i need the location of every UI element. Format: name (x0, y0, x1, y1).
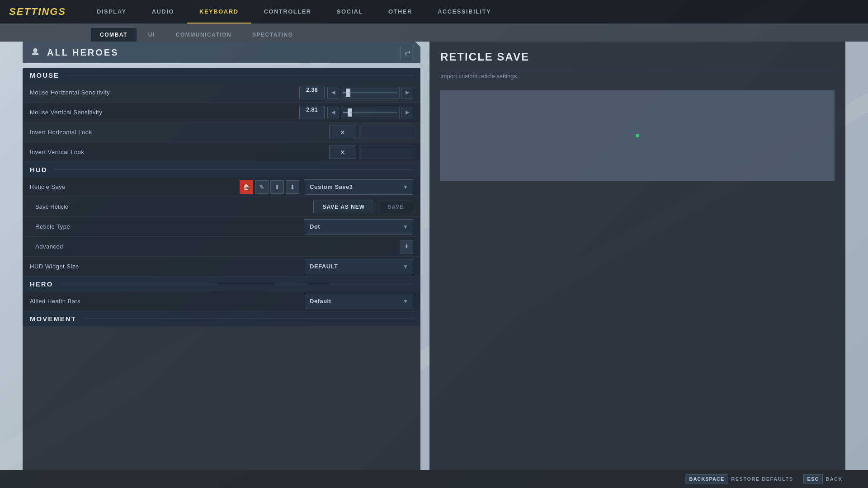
mouse-vertical-slider-track[interactable] (341, 107, 400, 118)
back-label: BACK (826, 476, 843, 482)
hero-swap-button[interactable]: ⇄ (401, 46, 414, 59)
restore-defaults-key: BACKSPACE (685, 474, 728, 483)
mouse-horizontal-decrease-button[interactable]: ◀ (327, 87, 339, 99)
reticle-type-label: Reticle Type (35, 223, 305, 230)
advanced-row: Advanced + (23, 237, 420, 257)
advanced-label: Advanced (35, 243, 400, 250)
nav-tab-audio[interactable]: AUDIO (139, 0, 187, 23)
reticle-export-button[interactable]: ⬇ (286, 180, 299, 194)
nav-tab-controller[interactable]: CONTROLLER (251, 0, 324, 23)
invert-vertical-look-label: Invert Vertical Look (30, 149, 329, 155)
mouse-horizontal-sensitivity-label: Mouse Horizontal Sensitivity (30, 89, 299, 96)
allied-health-bars-row: Allied Health Bars Default ▼ (23, 291, 420, 311)
mouse-vertical-sensitivity-row: Mouse Vertical Sensitivity 2.81 ◀ ▶ (23, 103, 420, 122)
hud-widget-size-row: HUD Widget Size DEFAULT ▼ (23, 257, 420, 277)
hero-section-header: HERO (23, 277, 420, 291)
reticle-type-dropdown-arrow: ▼ (403, 224, 408, 230)
restore-defaults-label: RESTORE DEFAULTS (731, 476, 793, 482)
sub-tab-ui[interactable]: UI (139, 28, 165, 42)
reticle-icons-group: 🗑 ✎ ⬆ ⬇ (240, 180, 299, 194)
sub-tabs: COMBAT UI COMMUNICATION SPECTATING (0, 23, 868, 42)
app-title: SETTINGS (9, 6, 66, 18)
mouse-section-title: MOUSE (30, 71, 59, 79)
movement-section-header: MOVEMENT (23, 311, 420, 326)
left-panel: ALL HEROES ⇄ MOUSE Mouse Horizontal Sens… (23, 42, 420, 470)
save-as-new-button[interactable]: SAVE AS NEW (313, 201, 375, 213)
sub-tab-spectating[interactable]: SPECTATING (243, 28, 303, 42)
mouse-horizontal-sensitivity-value[interactable]: 2.38 (299, 86, 325, 99)
reticle-save-description: Import custom reticle settings. (440, 73, 835, 80)
hero-selector[interactable]: ALL HEROES ⇄ (23, 42, 420, 63)
nav-tabs: DISPLAY AUDIO KEYBOARD CONTROLLER SOCIAL… (84, 0, 504, 23)
back-button[interactable]: ESC BACK (803, 474, 850, 483)
reticle-save-dropdown-arrow: ▼ (403, 184, 408, 190)
invert-vertical-look-toggle[interactable]: ✕ (329, 145, 356, 159)
mouse-vertical-sensitivity-label: Mouse Vertical Sensitivity (30, 109, 299, 116)
mouse-horizontal-slider-track[interactable] (341, 87, 400, 99)
hero-section-line (60, 284, 413, 284)
allied-health-bars-dropdown[interactable]: Default ▼ (305, 294, 413, 309)
allied-health-bars-dropdown-value: Default (310, 298, 403, 305)
save-reticle-label: Save Reticle (35, 203, 310, 210)
hud-section-header: HUD (23, 162, 420, 177)
hud-widget-size-dropdown-arrow: ▼ (403, 263, 408, 270)
invert-vertical-look-empty (359, 145, 413, 159)
restore-defaults-button[interactable]: BACKSPACE RESTORE DEFAULTS (685, 474, 800, 483)
reticle-edit-button[interactable]: ✎ (255, 180, 269, 194)
mouse-horizontal-slider-control: ◀ ▶ (327, 87, 413, 99)
save-reticle-row: Save Reticle SAVE AS NEW SAVE (23, 197, 420, 217)
bottom-bar: BACKSPACE RESTORE DEFAULTS ESC BACK (0, 470, 868, 488)
reticle-save-dropdown[interactable]: Custom Save3 ▼ (305, 179, 413, 195)
movement-section-line (83, 319, 413, 319)
invert-horizontal-look-row: Invert Horizontal Look ✕ (23, 122, 420, 142)
invert-vertical-look-row: Invert Vertical Look ✕ (23, 142, 420, 162)
top-navigation: SETTINGS DISPLAY AUDIO KEYBOARD CONTROLL… (0, 0, 868, 23)
mouse-section-header: MOUSE (23, 68, 420, 83)
mouse-vertical-sensitivity-control: 2.81 ◀ ▶ (299, 106, 413, 119)
hero-icon (29, 46, 42, 59)
back-key: ESC (803, 474, 823, 483)
invert-horizontal-look-label: Invert Horizontal Look (30, 129, 329, 136)
hud-widget-size-label: HUD Widget Size (30, 263, 305, 270)
reticle-preview-dot (636, 134, 639, 137)
reticle-delete-button[interactable]: 🗑 (240, 180, 253, 194)
nav-tab-keyboard[interactable]: KEYBOARD (187, 0, 251, 23)
sub-tab-communication[interactable]: COMMUNICATION (166, 28, 241, 42)
reticle-save-panel-title: RETICLE SAVE (440, 51, 835, 69)
nav-tab-display[interactable]: DISPLAY (84, 0, 139, 23)
nav-tab-social[interactable]: SOCIAL (324, 0, 376, 23)
mouse-horizontal-increase-button[interactable]: ▶ (401, 87, 413, 99)
mouse-vertical-sensitivity-value[interactable]: 2.81 (299, 106, 325, 119)
hud-widget-size-dropdown-value: DEFAULT (310, 263, 403, 270)
reticle-type-row: Reticle Type Dot ▼ (23, 217, 420, 237)
settings-panel: MOUSE Mouse Horizontal Sensitivity 2.38 … (23, 68, 420, 470)
hud-section-line (54, 169, 414, 170)
reticle-save-label: Reticle Save (30, 183, 240, 190)
mouse-vertical-decrease-button[interactable]: ◀ (327, 107, 339, 118)
sub-tab-combat[interactable]: COMBAT (90, 28, 137, 42)
hero-section-title: HERO (30, 280, 53, 288)
reticle-save-row: Reticle Save 🗑 ✎ ⬆ ⬇ Custom Save3 ▼ (23, 177, 420, 197)
allied-health-bars-dropdown-arrow: ▼ (403, 298, 408, 305)
save-button[interactable]: SAVE (378, 201, 413, 213)
hero-title: ALL HEROES (47, 47, 401, 58)
reticle-save-dropdown-value: Custom Save3 (310, 183, 403, 190)
hud-widget-size-dropdown[interactable]: DEFAULT ▼ (305, 259, 413, 274)
reticle-type-dropdown[interactable]: Dot ▼ (305, 219, 413, 235)
reticle-preview (440, 90, 835, 181)
mouse-horizontal-sensitivity-row: Mouse Horizontal Sensitivity 2.38 ◀ ▶ (23, 83, 420, 103)
invert-horizontal-look-toggle[interactable]: ✕ (329, 126, 356, 139)
mouse-section-line (66, 75, 413, 75)
hud-section-title: HUD (30, 166, 47, 174)
invert-horizontal-look-control: ✕ (329, 126, 413, 139)
allied-health-bars-label: Allied Health Bars (30, 298, 305, 305)
advanced-expand-button[interactable]: + (400, 240, 413, 253)
nav-tab-accessibility[interactable]: ACCESSIBILITY (425, 0, 504, 23)
main-content: ALL HEROES ⇄ MOUSE Mouse Horizontal Sens… (23, 42, 845, 470)
reticle-import-button[interactable]: ⬆ (270, 180, 284, 194)
mouse-vertical-increase-button[interactable]: ▶ (401, 107, 413, 118)
reticle-type-dropdown-value: Dot (310, 223, 403, 230)
invert-horizontal-look-empty (359, 126, 413, 139)
nav-tab-other[interactable]: OTHER (376, 0, 425, 23)
mouse-vertical-slider-control: ◀ ▶ (327, 107, 413, 118)
